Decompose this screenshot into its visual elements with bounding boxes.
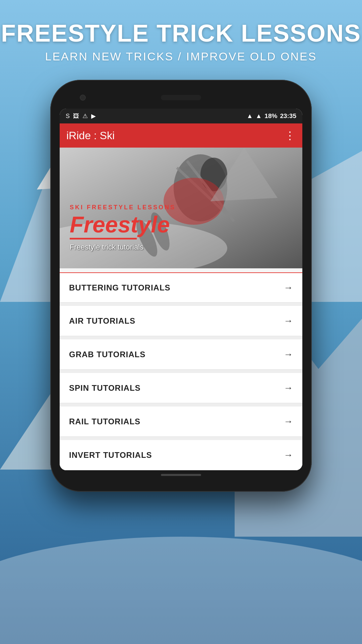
tutorial-item[interactable]: GRAB TUTORIALS→ xyxy=(60,339,302,370)
tutorial-item[interactable]: RAIL TUTORIALS→ xyxy=(60,407,302,437)
tutorial-item[interactable]: SPIN TUTORIALS→ xyxy=(60,373,302,403)
tutorial-item-label: SPIN TUTORIALS xyxy=(69,383,141,393)
phone-camera xyxy=(80,95,86,101)
hero-text-overlay: SKI FREESTYLE LESSONS Freestyle Freestyl… xyxy=(70,204,176,252)
status-icons-right: ▲ ▲ 18% 23:35 xyxy=(247,112,296,120)
phone-outer-shell: S 🖼 ⚠ ▶ ▲ ▲ 18% 23:35 iRide : Ski ⋮ xyxy=(50,80,312,492)
phone-top-bar xyxy=(60,89,302,106)
hero-main-title: Freestyle xyxy=(70,213,176,236)
hero-description: Freestyle trick tutorials xyxy=(70,243,176,252)
tutorial-item-label: BUTTERING TUTORIALS xyxy=(69,283,171,292)
status-icon-s: S xyxy=(66,113,70,120)
wifi-icon: ▲ xyxy=(247,112,253,120)
page-header: FREESTYLE TRICK LESSONS LEARN NEW TRICKS… xyxy=(1,0,361,73)
battery-level: 18% xyxy=(264,112,277,120)
page-subtitle: LEARN NEW TRICKS / IMPROVE OLD ONES xyxy=(1,50,361,63)
phone-device: S 🖼 ⚠ ▶ ▲ ▲ 18% 23:35 iRide : Ski ⋮ xyxy=(50,80,312,492)
phone-bottom-bar xyxy=(60,470,302,480)
arrow-right-icon: → xyxy=(284,416,293,427)
status-bar: S 🖼 ⚠ ▶ ▲ ▲ 18% 23:35 xyxy=(60,109,302,123)
arrow-right-icon: → xyxy=(284,316,293,326)
status-icon-warning: ⚠ xyxy=(82,112,88,120)
arrow-right-icon: → xyxy=(284,282,293,293)
page-title: FREESTYLE TRICK LESSONS xyxy=(1,20,361,47)
hero-red-line xyxy=(70,238,137,239)
tutorial-item-label: RAIL TUTORIALS xyxy=(69,417,140,426)
app-toolbar: iRide : Ski ⋮ xyxy=(60,123,302,148)
status-icons-left: S 🖼 ⚠ ▶ xyxy=(66,112,96,120)
arrow-right-icon: → xyxy=(284,349,293,360)
tutorial-item[interactable]: BUTTERING TUTORIALS→ xyxy=(60,272,302,303)
arrow-right-icon: → xyxy=(284,383,293,393)
home-indicator xyxy=(161,474,201,476)
signal-icon: ▲ xyxy=(256,112,262,120)
hero-area: SKI FREESTYLE LESSONS Freestyle Freestyl… xyxy=(60,148,302,268)
hero-label: SKI FREESTYLE LESSONS xyxy=(70,204,176,211)
app-title: iRide : Ski xyxy=(66,129,115,142)
tutorial-item[interactable]: AIR TUTORIALS→ xyxy=(60,306,302,336)
tutorial-item-label: AIR TUTORIALS xyxy=(69,316,135,326)
more-options-icon[interactable]: ⋮ xyxy=(285,129,296,142)
phone-screen: S 🖼 ⚠ ▶ ▲ ▲ 18% 23:35 iRide : Ski ⋮ xyxy=(60,109,302,470)
phone-speaker xyxy=(161,95,201,100)
status-time: 23:35 xyxy=(280,112,296,120)
svg-point-9 xyxy=(0,537,362,644)
arrow-right-icon: → xyxy=(284,450,293,461)
status-icon-image: 🖼 xyxy=(73,113,79,120)
tutorial-item[interactable]: INVERT TUTORIALS→ xyxy=(60,440,302,470)
tutorial-list: BUTTERING TUTORIALS→AIR TUTORIALS→GRAB T… xyxy=(60,272,302,470)
tutorial-item-label: GRAB TUTORIALS xyxy=(69,350,145,359)
status-icon-play: ▶ xyxy=(91,112,96,120)
tutorial-item-label: INVERT TUTORIALS xyxy=(69,450,152,460)
